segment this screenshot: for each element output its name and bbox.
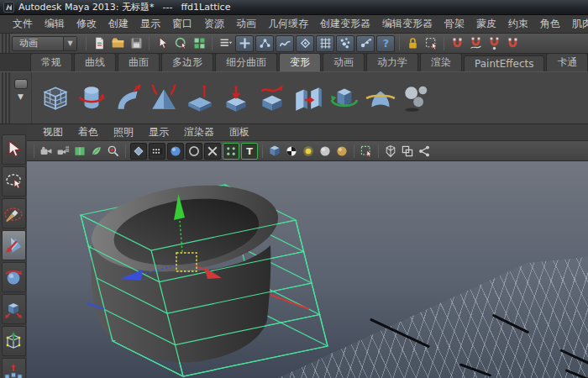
pmenu-show[interactable]: 显示 <box>141 124 176 140</box>
wrap-deformer-icon[interactable] <box>328 81 361 115</box>
menu-create-deformers[interactable]: 创建变形器 <box>314 15 376 33</box>
wire-deformer-icon[interactable] <box>364 81 397 115</box>
all-lights-icon[interactable] <box>300 143 317 160</box>
perspective-viewport[interactable] <box>27 161 588 378</box>
use-default-material-icon[interactable] <box>283 143 300 160</box>
menu-skin[interactable]: 蒙皮 <box>470 15 502 33</box>
select-handles-icon[interactable] <box>235 35 254 52</box>
outliner-share-icon[interactable] <box>416 143 433 160</box>
menu-create[interactable]: 创建 <box>102 15 134 33</box>
blend-shape-icon[interactable] <box>291 81 325 115</box>
menu-edit[interactable]: 编辑 <box>39 15 71 33</box>
shelf-tab-general[interactable]: 常规 <box>30 54 72 71</box>
shelf-tab-subdivs[interactable]: 细分曲面 <box>215 54 277 71</box>
shaded-display-icon[interactable] <box>167 143 184 160</box>
flat-lighting-icon[interactable] <box>317 143 333 160</box>
shelf-tab-curves[interactable]: 曲线 <box>74 54 116 71</box>
smooth-shade-icon[interactable] <box>149 143 165 160</box>
soft-modification-icon[interactable] <box>400 81 433 115</box>
menu-assets[interactable]: 资源 <box>198 15 230 33</box>
isolate-select-icon[interactable] <box>358 143 375 160</box>
sculpt-deformer-icon[interactable] <box>183 81 217 115</box>
panel-layout-icon[interactable] <box>399 143 416 160</box>
help-selection-icon[interactable] <box>376 35 395 52</box>
camera-attributes-icon[interactable] <box>55 143 71 160</box>
lock-selection-icon[interactable] <box>403 35 422 52</box>
hardware-texturing-icon[interactable] <box>266 143 283 160</box>
select-surfaces-icon[interactable] <box>296 35 314 52</box>
zoom-region-icon[interactable] <box>105 143 122 160</box>
default-material-icon[interactable] <box>186 143 202 160</box>
shelf-tab-toon[interactable]: 卡通 <box>546 54 588 71</box>
snap-to-curve-icon[interactable] <box>466 35 485 52</box>
menu-modify[interactable]: 修改 <box>71 15 102 33</box>
shelf-tab-painteffects[interactable]: PaintEffects <box>464 55 544 71</box>
nonlinear-twist-icon[interactable] <box>75 81 108 115</box>
shelf-grip[interactable] <box>0 72 10 123</box>
pmenu-shading[interactable]: 着色 <box>71 124 106 140</box>
select-curves-icon[interactable] <box>276 35 294 52</box>
shelf-tab-animation[interactable]: 动画 <box>323 54 365 71</box>
snap-to-plane-icon[interactable] <box>503 35 522 52</box>
pmenu-panels[interactable]: 面板 <box>222 124 257 140</box>
xray-display-icon[interactable] <box>204 143 221 160</box>
menu-constrain[interactable]: 约束 <box>502 15 534 33</box>
pmenu-view[interactable]: 视图 <box>35 124 71 140</box>
shelf-tab-dynamics[interactable]: 动力学 <box>366 54 418 71</box>
bookmarks-icon[interactable] <box>71 143 88 160</box>
select-by-component-icon[interactable] <box>190 35 208 52</box>
scene-cube-icon[interactable] <box>382 143 399 160</box>
menu-animate[interactable]: 动画 <box>230 15 262 33</box>
wireframe-display-icon[interactable] <box>130 143 147 160</box>
snap-to-grid-icon[interactable] <box>448 35 466 52</box>
selection-mask-list-icon[interactable] <box>216 35 234 52</box>
shelf-tab-surfaces[interactable]: 曲面 <box>118 54 160 71</box>
select-rendering-icon[interactable] <box>356 35 375 52</box>
universal-manipulator-tool[interactable] <box>2 326 26 356</box>
move-tool[interactable] <box>2 230 26 260</box>
rotate-tool[interactable] <box>2 262 26 292</box>
menu-display[interactable]: 显示 <box>134 15 166 33</box>
image-plane-icon[interactable] <box>88 143 105 160</box>
cylinder-mesh[interactable] <box>91 186 278 363</box>
select-by-hierarchy-icon[interactable] <box>153 35 171 52</box>
texture-display-icon[interactable] <box>241 143 258 160</box>
select-deformations-icon[interactable] <box>316 35 334 52</box>
save-scene-icon[interactable] <box>127 35 145 52</box>
select-joints-icon[interactable] <box>255 35 274 52</box>
menu-character[interactable]: 角色 <box>534 15 566 33</box>
menu-skeleton[interactable]: 骨架 <box>438 15 470 33</box>
soft-modification-tool[interactable] <box>2 358 26 378</box>
status-grip[interactable] <box>0 34 10 53</box>
highlight-selection-icon[interactable] <box>422 35 440 52</box>
menu-file[interactable]: 文件 <box>7 15 39 33</box>
title-bar[interactable]: Autodesk Maya 2013: 无标题*---ffd1Lattice <box>0 0 588 15</box>
shelf-tab-polygons[interactable]: 多边形 <box>161 54 213 71</box>
pmenu-lighting[interactable]: 照明 <box>106 124 141 140</box>
open-scene-icon[interactable] <box>108 35 127 52</box>
select-by-object-icon[interactable] <box>171 35 190 52</box>
lattice-deformer-icon[interactable] <box>39 81 72 115</box>
shelf-menu-arrow-icon[interactable]: ▼ <box>18 94 24 99</box>
paint-selection-tool[interactable] <box>2 198 26 228</box>
menu-muscle[interactable]: 肌肉 <box>566 15 588 33</box>
nonlinear-flare-icon[interactable] <box>147 81 181 115</box>
snap-to-point-icon[interactable] <box>485 35 503 52</box>
shelf-popup-button[interactable] <box>14 79 28 89</box>
select-camera-icon[interactable] <box>38 143 55 160</box>
nonlinear-squash-icon[interactable] <box>219 81 253 115</box>
shelf-tab-rendering[interactable]: 渲染 <box>420 54 462 71</box>
menu-set-dropdown[interactable]: 动画 ▼ <box>12 36 77 51</box>
lasso-select-tool[interactable] <box>2 166 26 197</box>
new-scene-icon[interactable] <box>90 35 108 52</box>
menu-windows[interactable]: 窗口 <box>166 15 198 33</box>
select-dynamics-icon[interactable] <box>336 35 354 52</box>
menu-geometry-cache[interactable]: 几何缓存 <box>262 15 314 33</box>
shelf-tab-deformation[interactable]: 变形 <box>279 54 321 71</box>
pmenu-renderer[interactable]: 渲染器 <box>176 124 222 140</box>
nonlinear-bend-icon[interactable] <box>111 81 144 115</box>
xray-joints-icon[interactable] <box>223 143 239 160</box>
menu-edit-deformers[interactable]: 编辑变形器 <box>376 15 438 33</box>
default-lighting-icon[interactable] <box>333 143 350 160</box>
select-tool[interactable] <box>2 134 26 165</box>
